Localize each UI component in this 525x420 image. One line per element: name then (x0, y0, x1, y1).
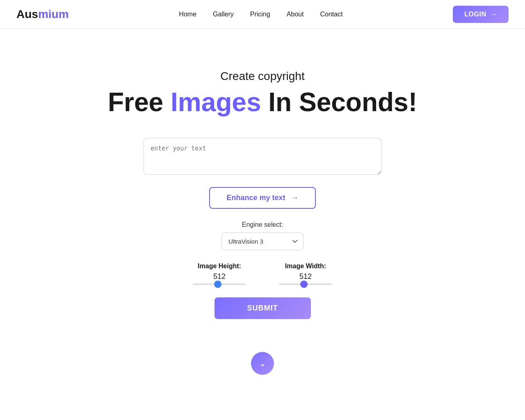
enhance-label: Enhance my text (226, 194, 285, 202)
headline-part2: In Seconds! (261, 87, 418, 117)
hero-headline: Free Images In Seconds! (108, 87, 417, 117)
enhance-button[interactable]: Enhance my text → (209, 187, 315, 209)
logo[interactable]: Ausmium (16, 8, 69, 21)
header: Ausmium Home Gallery Pricing About Conta… (0, 0, 525, 29)
headline-part1: Free (108, 87, 171, 117)
arrow-right-icon: → (491, 11, 498, 18)
image-height-label: Image Height: (198, 262, 241, 270)
nav-contact[interactable]: Contact (320, 11, 342, 18)
login-label: LOGIN (464, 11, 486, 18)
image-height-slider[interactable] (193, 283, 246, 285)
image-width-value: 512 (299, 272, 312, 281)
submit-button[interactable]: SUBMIT (215, 297, 311, 319)
submit-label: SUBMIT (247, 304, 278, 312)
logo-part2: mium (38, 8, 69, 21)
image-width-label: Image Width: (285, 262, 326, 270)
main-content: Create copyright Free Images In Seconds!… (0, 29, 525, 375)
headline-highlight: Images (171, 87, 261, 117)
logo-part1: Aus (16, 8, 38, 21)
nav-pricing[interactable]: Pricing (250, 11, 270, 18)
login-button[interactable]: LOGIN → (453, 6, 509, 23)
hero-subtitle: Create copyright (220, 70, 304, 83)
nav: Home Gallery Pricing About Contact (179, 11, 342, 18)
nav-home[interactable]: Home (179, 11, 196, 18)
arrow-right-icon: → (291, 194, 299, 202)
text-input[interactable] (144, 138, 381, 175)
chevron-down-icon: ⌄ (259, 358, 266, 369)
image-width-slider[interactable] (279, 283, 332, 285)
scroll-down-button[interactable]: ⌄ (251, 352, 274, 375)
engine-select-label: Engine select: (242, 221, 283, 228)
engine-select[interactable]: UltraVision 3 UltraVision 2 Standard (221, 233, 304, 250)
image-height-value: 512 (213, 272, 226, 281)
image-height-group: Image Height: 512 (193, 262, 246, 285)
image-width-group: Image Width: 512 (279, 262, 332, 285)
nav-about[interactable]: About (287, 11, 304, 18)
dimensions-container: Image Height: 512 Image Width: 512 (193, 262, 332, 285)
nav-gallery[interactable]: Gallery (213, 11, 234, 18)
